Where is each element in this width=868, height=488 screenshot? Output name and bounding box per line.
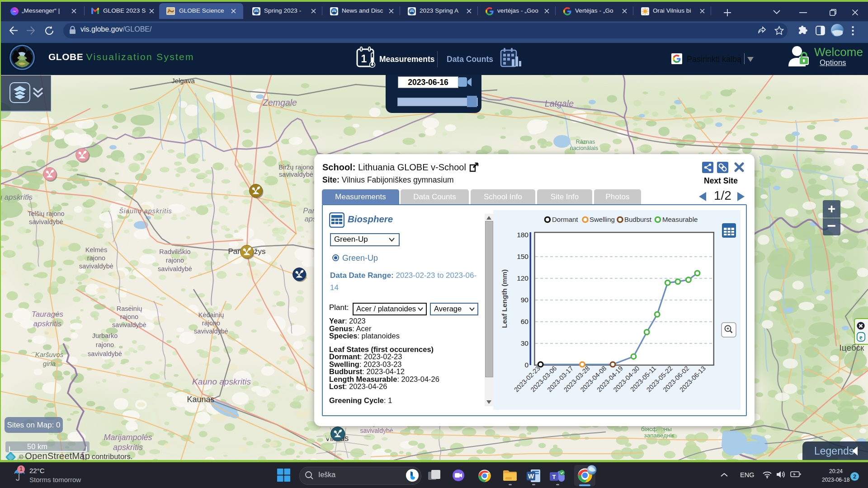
svg-text:Latgale: Latgale (545, 99, 574, 108)
svg-text:rajono: rajono (96, 341, 114, 348)
svg-text:120: 120 (517, 274, 528, 282)
svg-text:Swelling: Swelling (590, 216, 615, 223)
svg-text:Jurbarko: Jurbarko (92, 332, 118, 339)
svg-text:savivaldybė: savivaldybė (79, 263, 113, 270)
svg-text:savivaldybė: savivaldybė (194, 328, 228, 335)
svg-text:rajono: rajono (87, 254, 105, 262)
svg-text:Dormant: Dormant (552, 216, 578, 223)
svg-text:T: T (552, 474, 556, 480)
svg-text:rajono: rajono (202, 319, 220, 327)
svg-text:savivaldybė: savivaldybė (112, 321, 146, 328)
svg-text:Kėdainių: Kėdainių (198, 311, 224, 319)
svg-text:Leaf Length (mm): Leaf Length (mm) (500, 269, 508, 328)
svg-text:savivaldybė: savivaldybė (158, 265, 192, 272)
svg-text:Marijampolės: Marijampolės (104, 433, 152, 442)
svg-text:Kaunas: Kaunas (187, 395, 214, 404)
svg-text:Budburst: Budburst (624, 216, 652, 223)
svg-text:savivaldybė: savivaldybė (360, 427, 393, 434)
svg-text:Karšuvos: Karšuvos (35, 351, 64, 358)
svg-text:Zemgale: Zemgale (262, 98, 297, 108)
svg-text:rajono: rajono (166, 257, 184, 264)
svg-text:Telšių rajono: Telšių rajono (28, 210, 64, 217)
svg-text:Kauno apskritis: Kauno apskritis (192, 377, 251, 386)
svg-text:e: e (859, 333, 863, 341)
svg-text:1: 1 (361, 53, 367, 65)
svg-text:150: 150 (517, 253, 528, 260)
svg-text:Biržų rajono: Biržų rajono (278, 164, 313, 171)
svg-text:Šiaulių apskritis: Šiaulių apskritis (119, 207, 172, 215)
svg-text:W: W (528, 473, 534, 480)
svg-text:60: 60 (521, 318, 529, 325)
svg-text:180: 180 (517, 231, 528, 239)
svg-text:Kelmės: Kelmės (85, 246, 107, 253)
svg-text:Jelgava: Jelgava (171, 77, 195, 84)
svg-text:Rāznas: Rāznas (576, 139, 595, 145)
svg-text:rajono: rajono (120, 313, 138, 320)
svg-text:30: 30 (521, 339, 529, 347)
svg-text:apskritis: apskritis (33, 319, 62, 328)
svg-text:0: 0 (524, 361, 528, 369)
svg-text:savivaldybė: savivaldybė (279, 171, 313, 178)
svg-text:savivaldybė: savivaldybė (29, 218, 63, 225)
svg-text:90: 90 (521, 296, 529, 304)
svg-text:Measurable: Measurable (662, 216, 698, 223)
svg-text:giria: giria (43, 360, 56, 367)
svg-text:Telšių apskritis: Telšių apskritis (0, 193, 33, 202)
svg-text:savivaldybė: savivaldybė (88, 350, 122, 357)
svg-text:Tauragės: Tauragės (32, 310, 64, 319)
svg-text:apskritis: apskritis (113, 443, 143, 452)
svg-text:Radviliškio: Radviliškio (159, 248, 190, 255)
svg-text:Raseinių: Raseinių (117, 305, 142, 312)
svg-text:nacionālais: nacionālais (570, 145, 599, 151)
